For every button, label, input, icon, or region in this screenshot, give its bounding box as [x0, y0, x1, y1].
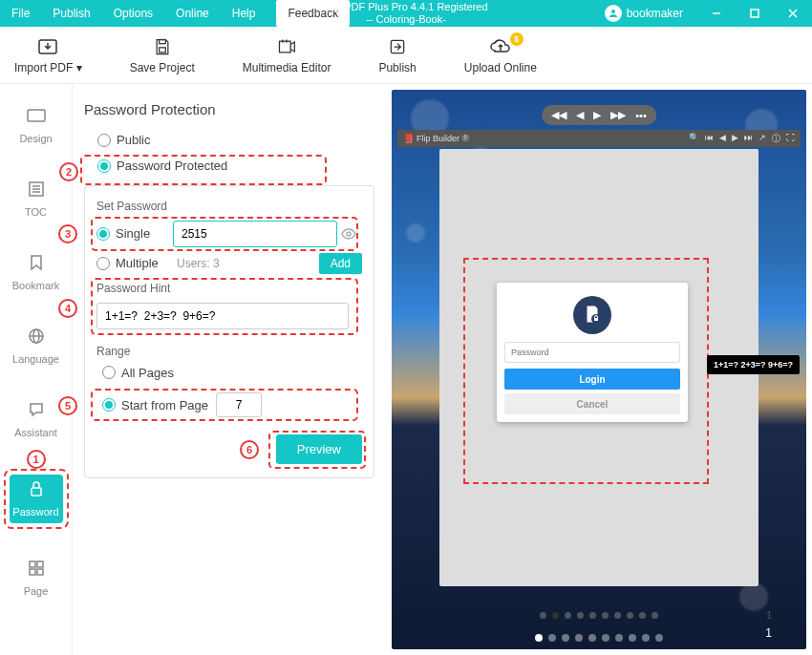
password-group: Set Password 3 Single Multiple Users: 3 … [84, 185, 374, 479]
page-dots[interactable] [535, 634, 663, 642]
tab-bookmark[interactable]: Bookmark [10, 248, 63, 297]
single-password-input[interactable] [173, 221, 337, 247]
tab-language[interactable]: Language [10, 322, 63, 370]
publish-icon [388, 36, 407, 57]
menu-publish[interactable]: Publish [41, 0, 101, 27]
fullscreen-icon[interactable]: ⛶ [786, 133, 795, 145]
annotation-6: 6 [240, 440, 259, 459]
cancel-button[interactable]: Cancel [504, 393, 680, 414]
svg-rect-10 [28, 110, 45, 121]
menu-file[interactable]: File [0, 0, 41, 27]
preview-button[interactable]: Preview [276, 434, 362, 464]
close-button[interactable] [774, 0, 812, 27]
radio-public[interactable]: Public [97, 133, 150, 147]
tab-password[interactable]: Password [10, 475, 63, 523]
hint-label: Password Hint [96, 282, 362, 295]
save-project-button[interactable]: Save Project [130, 36, 195, 74]
start-page-input[interactable] [216, 392, 262, 417]
menu-help[interactable]: Help [221, 0, 267, 27]
avatar-icon [605, 5, 622, 22]
password-hint-input[interactable] [96, 303, 349, 329]
password-icon [29, 480, 44, 502]
prev-icon[interactable]: ◀ [719, 133, 726, 145]
set-password-label: Set Password [96, 200, 362, 213]
main-toolbar: Import PDF ▾ Save Project Multimedia Edi… [0, 27, 812, 84]
tab-assistant[interactable]: Assistant [10, 395, 63, 444]
last-icon[interactable]: ⏭ [744, 133, 753, 145]
nav-first-icon[interactable]: ◀◀ [551, 109, 566, 121]
radio-all-pages[interactable]: All Pages [102, 366, 174, 380]
svg-point-23 [347, 232, 351, 236]
svg-rect-8 [280, 41, 291, 53]
first-icon[interactable]: ⏮ [705, 133, 714, 145]
multimedia-icon [277, 36, 296, 57]
flip-builder-logo: 📕 Flip Builder® [403, 134, 469, 143]
user-account[interactable]: bookmaker [605, 5, 683, 22]
share-icon[interactable]: ↗ [759, 133, 766, 145]
add-button[interactable]: Add [319, 253, 362, 274]
radio-start-from-page[interactable]: Start from Page [102, 398, 208, 412]
tab-toc[interactable]: TOC [10, 175, 63, 223]
range-label: Range [96, 345, 362, 358]
preview-nav[interactable]: ◀◀ ◀ ▶ ▶▶ ••• [542, 105, 656, 125]
eye-icon[interactable] [341, 226, 356, 245]
publish-button[interactable]: Publish [378, 36, 416, 74]
svg-rect-7 [159, 47, 165, 52]
upload-icon: $ [489, 36, 512, 57]
next-icon[interactable]: ▶ [732, 133, 738, 145]
page-icon [28, 560, 45, 581]
hint-tooltip: 1+1=? 2+3=? 9+6=? [707, 355, 800, 374]
nav-last-icon[interactable]: ▶▶ [610, 109, 626, 121]
users-count: Users: 3 [177, 257, 220, 270]
menu-online[interactable]: Online [164, 0, 221, 27]
tab-design[interactable]: Design [10, 103, 63, 150]
import-icon [36, 36, 59, 57]
info-icon[interactable]: ⓘ [772, 133, 780, 145]
login-button[interactable]: Login [504, 369, 680, 390]
annotation-4: 4 [58, 299, 77, 318]
annotation-3: 3 [58, 224, 77, 243]
radio-password-protected[interactable]: Password Protected [97, 158, 227, 173]
bookmark-icon [29, 254, 44, 276]
design-icon [27, 109, 46, 129]
login-password-input[interactable] [504, 342, 680, 363]
svg-rect-19 [30, 561, 35, 567]
username: bookmaker [627, 7, 683, 20]
language-icon [28, 328, 45, 349]
svg-rect-6 [159, 39, 165, 43]
titlebar: File Publish Options Online Help Feedbac… [0, 0, 812, 27]
svg-rect-21 [30, 569, 35, 575]
radio-multiple[interactable]: Multiple [96, 256, 165, 270]
zoom-icon[interactable]: 🔍 [689, 133, 699, 145]
annotation-2: 2 [59, 162, 78, 181]
window-title: Flip PDF Plus Pro 4.4.1 Registered-- Col… [324, 1, 487, 26]
svg-rect-22 [37, 569, 43, 575]
nav-prev-icon[interactable]: ◀ [576, 109, 584, 121]
nav-next-icon[interactable]: ▶ [593, 109, 601, 121]
subbar-tools[interactable]: 🔍 ⏮ ◀ ▶ ⏭ ↗ ⓘ ⛶ [689, 133, 795, 145]
annotation-5: 5 [58, 396, 77, 415]
svg-point-0 [611, 10, 615, 13]
lock-document-icon [573, 296, 611, 334]
toc-icon [28, 180, 45, 202]
multimedia-editor-button[interactable]: Multimedia Editor [243, 36, 331, 74]
minimize-button[interactable] [697, 0, 736, 27]
password-settings-panel: Password Protection Public 2 Password Pr… [73, 84, 386, 655]
upload-online-button[interactable]: $ Upload Online [464, 36, 537, 74]
menu-options[interactable]: Options [102, 0, 164, 27]
svg-rect-18 [32, 488, 41, 496]
nav-more-icon[interactable]: ••• [635, 110, 647, 121]
page-number: 1 [765, 626, 772, 640]
svg-rect-20 [37, 561, 43, 567]
preview-subbar: 📕 Flip Builder® 🔍 ⏮ ◀ ▶ ⏭ ↗ ⓘ ⛶ [397, 130, 801, 147]
tab-page[interactable]: Page [10, 554, 63, 602]
menu-bar: File Publish Options Online Help Feedbac… [0, 0, 359, 27]
import-pdf-button[interactable]: Import PDF ▾ [14, 36, 82, 74]
annotation-1: 1 [27, 450, 46, 469]
save-icon [153, 36, 172, 57]
login-dialog: Login Cancel [497, 283, 688, 422]
dollar-badge-icon: $ [510, 32, 524, 46]
radio-single[interactable]: Single [96, 226, 165, 241]
inner-page-dots [540, 612, 658, 619]
maximize-button[interactable] [736, 0, 774, 27]
